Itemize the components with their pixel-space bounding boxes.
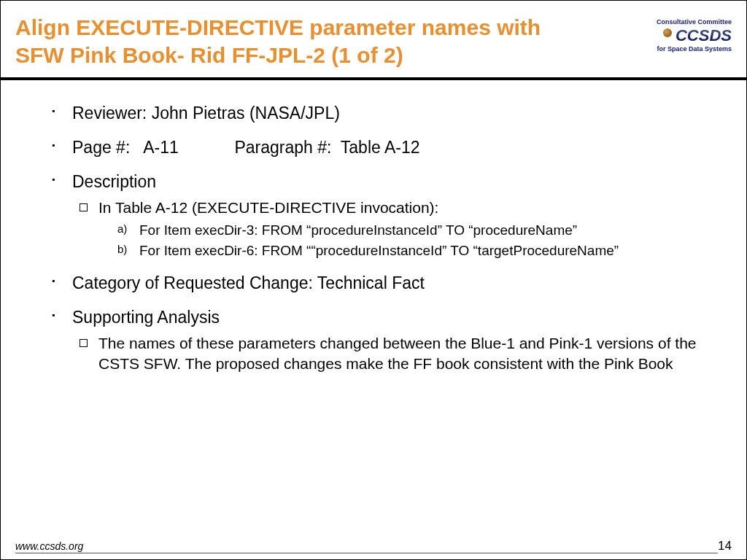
bullet-reviewer: Reviewer: John Pietras (NASA/JPL) (52, 102, 710, 125)
logo-tagline-bottom: for Space Data Systems (657, 45, 732, 52)
alpha-item-b: b)For Item execDir-6: FROM ““procedureIn… (117, 241, 710, 260)
page-number: 14 (718, 539, 732, 553)
main-bullet-list: Reviewer: John Pietras (NASA/JPL) Page #… (52, 102, 710, 375)
slide-header: Align EXECUTE-DIRECTIVE parameter names … (1, 1, 746, 80)
marker-a: a) (117, 222, 127, 236)
supporting-sublist: The names of these parameters changed be… (72, 333, 710, 375)
logo-tagline-top: Consultative Committee (657, 18, 732, 26)
bullet-category: Category of Requested Change: Technical … (52, 272, 710, 295)
slide-footer: www.ccsds.org 14 (1, 539, 746, 553)
logo-main: CCSDS (663, 26, 732, 45)
alpha-a-text: For Item execDir-3: FROM “procedureInsta… (139, 222, 577, 238)
supporting-sub-item: The names of these parameters changed be… (75, 333, 710, 375)
desc-sub-text: In Table A-12 (EXECUTE-DIRECTIVE invocat… (98, 199, 438, 216)
bullet-description: Description In Table A-12 (EXECUTE-DIREC… (52, 171, 710, 260)
footer-url: www.ccsds.org (15, 540, 718, 553)
supporting-label: Supporting Analysis (72, 308, 220, 327)
bullet-supporting: Supporting Analysis The names of these p… (52, 306, 710, 375)
logo-acronym: CCSDS (676, 26, 732, 45)
logo-sphere-icon (663, 28, 672, 37)
alpha-item-a: a)For Item execDir-3: FROM “procedureIns… (117, 221, 710, 240)
ccsds-logo: Consultative Committee CCSDS for Space D… (657, 18, 732, 53)
bullet-page-paragraph: Page #: A-11 Paragraph #: Table A-12 (52, 136, 710, 159)
slide-content: Reviewer: John Pietras (NASA/JPL) Page #… (1, 80, 746, 375)
description-sub-item: In Table A-12 (EXECUTE-DIRECTIVE invocat… (75, 198, 710, 260)
alpha-list: a)For Item execDir-3: FROM “procedureIns… (117, 221, 710, 260)
description-sublist: In Table A-12 (EXECUTE-DIRECTIVE invocat… (72, 198, 710, 260)
slide-title: Align EXECUTE-DIRECTIVE parameter names … (15, 14, 570, 69)
description-label: Description (72, 172, 156, 191)
alpha-b-text: For Item execDir-6: FROM ““procedureInst… (139, 243, 619, 258)
marker-b: b) (117, 242, 127, 257)
